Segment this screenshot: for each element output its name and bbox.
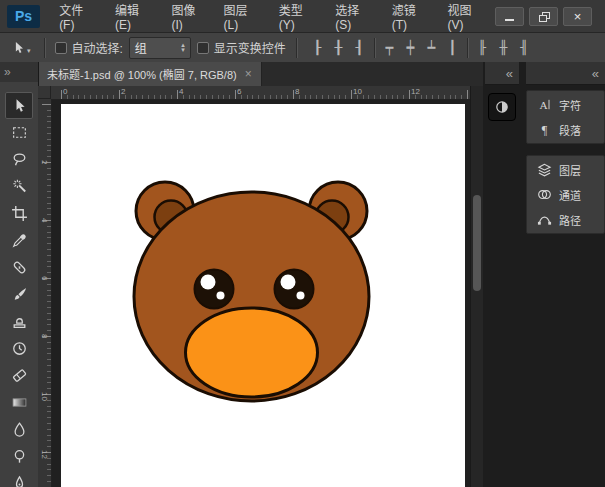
narrow-dock: « (485, 62, 519, 121)
eye-highlight (281, 275, 296, 290)
eye-highlight (201, 275, 216, 290)
eraser-tool[interactable] (5, 362, 33, 389)
adjustments-panel-button[interactable] (488, 93, 516, 121)
auto-select-checkbox[interactable] (55, 42, 67, 54)
gradient-tool[interactable] (5, 389, 33, 416)
channels-icon (536, 187, 552, 203)
crop-tool[interactable] (5, 200, 33, 227)
panel-item-layers[interactable]: 图层 (527, 157, 604, 182)
tab-close-icon[interactable]: × (245, 67, 252, 81)
distribute-left-edges-button[interactable]: ╟ (472, 38, 493, 57)
eyedropper-tool-icon (11, 232, 28, 249)
crop-tool-icon (11, 205, 28, 222)
canvas[interactable] (61, 104, 465, 487)
double-arrow-left-icon: « (592, 66, 599, 81)
titlebar: Ps 文件(F) 编辑(E) 图像(I) 图层(L) 类型(Y) 选择(S) 滤… (0, 0, 605, 33)
blur-tool-icon (11, 421, 28, 438)
narrow-dock-collapse-button[interactable]: « (485, 62, 519, 85)
brush-tool[interactable] (5, 281, 33, 308)
distribute-horizontal-centers-button[interactable]: ╫ (493, 38, 514, 57)
narrow-dock-icons (485, 93, 519, 121)
scrollbar-thumb[interactable] (473, 195, 481, 291)
ruler-number: 12 (40, 450, 49, 459)
minimize-button[interactable] (495, 7, 524, 26)
menubar: 文件(F) 编辑(E) 图像(I) 图层(L) 类型(Y) 选择(S) 滤镜(T… (50, 0, 495, 32)
restore-button[interactable] (529, 7, 558, 26)
panel-item-channels[interactable]: 通道 (527, 182, 604, 207)
align-left-edges-button[interactable]: ┠ (307, 38, 328, 57)
menu-edit[interactable]: 编辑(E) (106, 0, 163, 32)
photoshop-window: Ps 文件(F) 编辑(E) 图像(I) 图层(L) 类型(Y) 选择(S) 滤… (0, 0, 605, 487)
bear-muzzle (186, 308, 318, 397)
photoshop-logo: Ps (7, 5, 40, 28)
show-transform-checkbox[interactable] (197, 42, 209, 54)
lasso-tool[interactable] (5, 146, 33, 173)
spot-healing-brush-tool[interactable] (5, 254, 33, 281)
ruler-number: 4 (179, 87, 183, 96)
distribute-top-edges-button[interactable]: ┃ (442, 38, 463, 57)
toolbar-collapse-button[interactable]: » (0, 62, 38, 82)
gradient-tool-icon (11, 394, 28, 411)
document-tab[interactable]: 未标题-1.psd @ 100% (椭圆 7, RGB/8) × (38, 62, 262, 86)
align-top-edges-button[interactable]: ┯ (379, 38, 400, 57)
menu-select[interactable]: 选择(S) (326, 0, 383, 32)
menu-view[interactable]: 视图(V) (439, 0, 496, 32)
panel-item-character[interactable]: A字符 (527, 92, 604, 117)
move-tool[interactable] (5, 92, 33, 119)
eraser-tool-icon (11, 367, 28, 384)
ruler-number: 8 (295, 87, 299, 96)
auto-select-target-dropdown[interactable]: 组 ▴ ▾ (129, 37, 191, 59)
auto-select-target-value: 组 (135, 39, 147, 56)
menu-filter[interactable]: 滤镜(T) (383, 0, 439, 32)
panel-item-paths[interactable]: 路径 (527, 207, 604, 232)
align-right-edges-button[interactable]: ┨ (349, 38, 370, 57)
ruler-number: 0 (63, 87, 67, 96)
layers-icon (536, 162, 552, 178)
dodge-tool[interactable] (5, 443, 33, 470)
bear-artwork (61, 104, 465, 487)
panel-item-label: 图层 (559, 162, 581, 178)
close-button[interactable]: × (563, 7, 592, 26)
ruler-number: 2 (40, 160, 49, 164)
tab-title: 未标题-1.psd @ 100% (椭圆 7, RGB/8) (47, 66, 237, 82)
pen-tool[interactable] (5, 470, 33, 487)
eyedropper-tool[interactable] (5, 227, 33, 254)
align-bottom-edges-button[interactable]: ┷ (421, 38, 442, 57)
tools-panel: » (0, 62, 39, 487)
distribute-right-edges-button[interactable]: ╢ (514, 38, 535, 57)
show-transform-group: 显示变换控件 (197, 39, 286, 56)
align-buttons: ┠╂┨┯┿┷┃╟╫╢ (307, 38, 535, 58)
blur-tool[interactable] (5, 416, 33, 443)
quick-selection-tool-icon (11, 178, 28, 195)
menu-file[interactable]: 文件(F) (50, 0, 106, 32)
dodge-tool-icon (11, 448, 28, 465)
clone-stamp-tool-icon (11, 313, 28, 330)
adjustments-icon (494, 99, 510, 115)
rectangular-marquee-tool[interactable] (5, 119, 33, 146)
vertical-scrollbar[interactable] (470, 86, 483, 487)
dock-collapse-button[interactable]: « (526, 62, 605, 85)
eye-highlight (297, 292, 305, 300)
divider (296, 38, 297, 58)
clone-stamp-tool[interactable] (5, 308, 33, 335)
panel-dock: « « A字符¶段落 图层通道路径 (483, 62, 605, 487)
menu-image[interactable]: 图像(I) (162, 0, 214, 32)
ruler-number: 10 (353, 87, 362, 96)
align-horizontal-centers-button[interactable]: ╂ (328, 38, 349, 57)
ruler-horizontal: 024681012 (51, 86, 470, 100)
quick-selection-tool[interactable] (5, 173, 33, 200)
ruler-number: 4 (40, 218, 49, 222)
paths-icon (536, 212, 552, 228)
panel-item-paragraph[interactable]: ¶段落 (527, 117, 604, 142)
minimize-icon (505, 19, 514, 21)
menu-type[interactable]: 类型(Y) (270, 0, 327, 32)
pen-tool-icon (11, 475, 28, 487)
history-brush-tool-icon (11, 340, 28, 357)
current-tool-preset[interactable]: ▾ (8, 38, 34, 57)
align-vertical-centers-button[interactable]: ┿ (400, 38, 421, 57)
ruler-number: 12 (411, 87, 420, 96)
menu-layer[interactable]: 图层(L) (214, 0, 269, 32)
history-brush-tool[interactable] (5, 335, 33, 362)
move-tool-icon (11, 97, 28, 114)
tab-strip: 未标题-1.psd @ 100% (椭圆 7, RGB/8) × (38, 62, 483, 87)
